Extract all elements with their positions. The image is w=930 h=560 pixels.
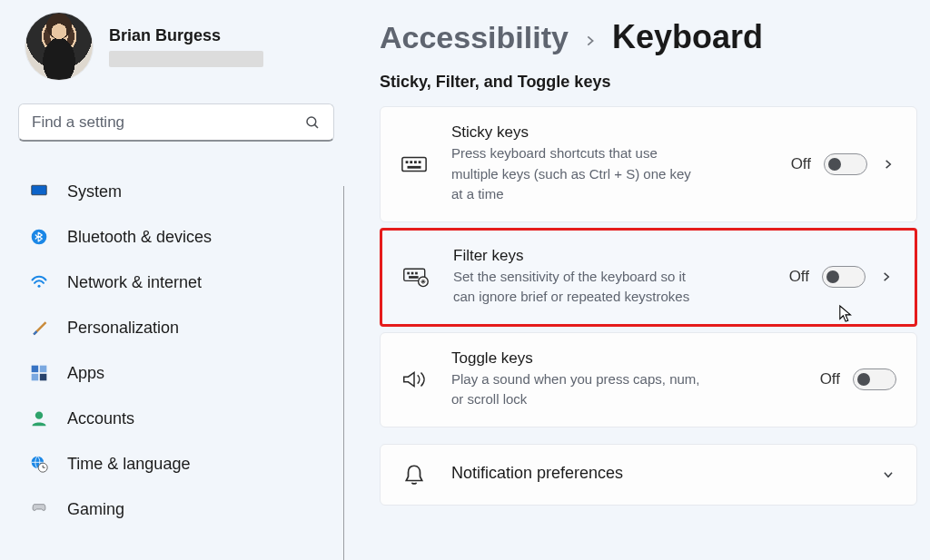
keyboard-icon: [401, 151, 428, 178]
wifi-icon: [29, 272, 49, 292]
profile-email-redacted: [109, 51, 263, 67]
sidebar-item-label: Personalization: [67, 319, 179, 338]
sidebar-item-label: Network & internet: [67, 273, 202, 292]
svg-rect-23: [409, 276, 419, 279]
keyboard-filter-icon: [402, 263, 430, 290]
page-title: Keyboard: [612, 18, 763, 56]
setting-card-filter-keys[interactable]: Filter keys Set the sensitivity of the k…: [380, 228, 917, 327]
svg-rect-6: [32, 366, 39, 373]
system-icon: [29, 182, 49, 201]
avatar: [25, 13, 93, 80]
chevron-right-icon[interactable]: [880, 156, 896, 172]
toggle-state: Off: [820, 370, 840, 388]
card-controls: Off: [789, 266, 895, 288]
sidebar-item-label: Time & language: [67, 455, 190, 474]
sound-icon: [401, 366, 428, 393]
svg-line-1: [314, 124, 318, 128]
setting-card-notification-preferences[interactable]: Notification preferences: [380, 444, 917, 506]
toggle-toggle-keys[interactable]: [853, 368, 896, 390]
svg-point-5: [38, 285, 41, 288]
card-controls: [880, 467, 896, 483]
breadcrumb-parent[interactable]: Accessibility: [380, 20, 569, 55]
svg-rect-21: [411, 272, 414, 275]
sidebar-item-accounts[interactable]: Accounts: [18, 396, 334, 441]
sidebar-item-label: Apps: [67, 364, 104, 383]
globe-clock-icon: [29, 454, 49, 474]
profile-block[interactable]: Brian Burgess: [18, 13, 334, 80]
search-icon: [304, 114, 321, 131]
main-content: Accessibility Keyboard Sticky, Filter, a…: [343, 0, 930, 560]
card-description: Play a sound when you press caps, num, o…: [451, 369, 706, 410]
card-body: Notification preferences: [451, 464, 856, 485]
svg-rect-13: [402, 157, 426, 171]
sidebar-item-personalization[interactable]: Personalization: [18, 305, 334, 350]
sidebar-item-label: Accounts: [67, 409, 134, 428]
sidebar-item-time-language[interactable]: Time & language: [18, 441, 334, 486]
nav-list: System Bluetooth & devices Network & int…: [18, 169, 334, 532]
card-body: Toggle keys Play a sound when you press …: [451, 349, 706, 410]
search-box[interactable]: [18, 103, 334, 142]
profile-name: Brian Burgess: [109, 26, 263, 45]
apps-icon: [29, 363, 49, 383]
card-description: Set the sensitivity of the keyboard so i…: [453, 267, 707, 308]
sidebar-divider: [343, 186, 344, 560]
bell-icon: [401, 461, 428, 488]
card-controls: Off: [791, 153, 896, 175]
card-title: Sticky keys: [451, 123, 706, 142]
card-title: Toggle keys: [451, 349, 706, 368]
svg-rect-14: [406, 161, 409, 163]
toggle-filter-keys[interactable]: [822, 266, 866, 288]
search-input[interactable]: [32, 113, 304, 132]
svg-rect-15: [410, 161, 412, 163]
chevron-right-icon[interactable]: [878, 269, 895, 285]
sidebar-item-system[interactable]: System: [18, 169, 334, 214]
svg-rect-18: [408, 166, 421, 169]
card-title: Notification preferences: [451, 464, 856, 483]
card-title: Filter keys: [453, 247, 707, 265]
toggle-state: Off: [791, 155, 811, 173]
svg-rect-22: [415, 272, 418, 275]
sidebar-item-label: Gaming: [67, 500, 124, 519]
svg-rect-2: [32, 185, 47, 195]
svg-rect-7: [40, 366, 47, 373]
sidebar: Brian Burgess System Bluetooth & devi: [0, 0, 343, 560]
paintbrush-icon: [29, 318, 49, 338]
svg-rect-8: [32, 374, 39, 381]
setting-card-sticky-keys[interactable]: Sticky keys Press keyboard shortcuts tha…: [380, 106, 917, 222]
bluetooth-icon: [29, 227, 49, 247]
svg-rect-20: [407, 272, 410, 275]
svg-rect-16: [414, 161, 417, 163]
chevron-down-icon[interactable]: [880, 467, 896, 483]
sidebar-item-bluetooth[interactable]: Bluetooth & devices: [18, 214, 334, 260]
sidebar-item-network[interactable]: Network & internet: [18, 260, 334, 305]
card-body: Filter keys Set the sensitivity of the k…: [453, 247, 707, 308]
svg-rect-17: [419, 161, 421, 163]
section-heading: Sticky, Filter, and Toggle keys: [380, 73, 917, 92]
sidebar-item-label: System: [67, 182, 122, 201]
chevron-right-icon: [583, 34, 598, 48]
profile-text: Brian Burgess: [109, 26, 263, 67]
card-controls: Off: [820, 368, 896, 390]
toggle-sticky-keys[interactable]: [824, 153, 867, 175]
svg-rect-9: [40, 374, 47, 381]
svg-point-0: [307, 117, 316, 126]
card-description: Press keyboard shortcuts that use multip…: [451, 143, 706, 205]
sidebar-item-gaming[interactable]: Gaming: [18, 486, 334, 532]
sidebar-item-label: Bluetooth & devices: [67, 228, 212, 247]
card-body: Sticky keys Press keyboard shortcuts tha…: [451, 123, 706, 205]
svg-point-10: [35, 412, 43, 419]
setting-card-toggle-keys[interactable]: Toggle keys Play a sound when you press …: [380, 332, 917, 427]
accounts-icon: [29, 408, 49, 428]
toggle-state: Off: [789, 268, 809, 286]
breadcrumb: Accessibility Keyboard: [380, 18, 917, 56]
sidebar-item-apps[interactable]: Apps: [18, 350, 334, 396]
gaming-icon: [29, 499, 49, 519]
